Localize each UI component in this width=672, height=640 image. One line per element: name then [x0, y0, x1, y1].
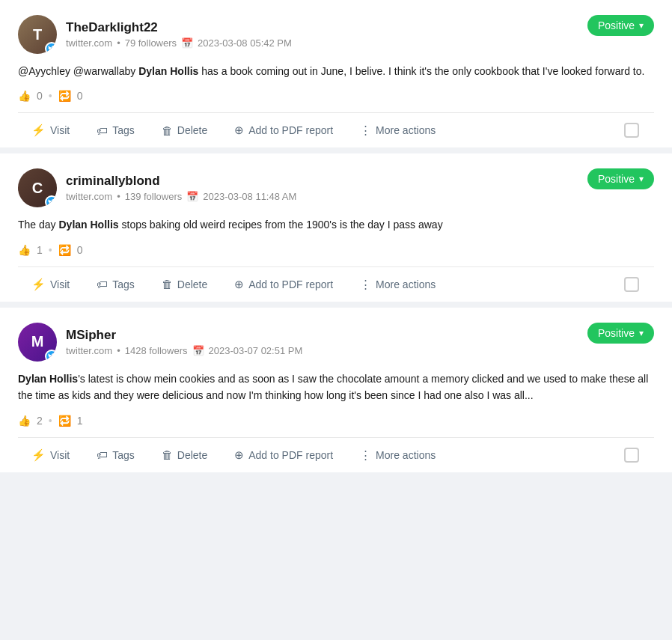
twitter-badge — [45, 350, 57, 362]
more-actions-button[interactable]: ⋮ More actions — [346, 268, 449, 301]
select-checkbox[interactable] — [624, 277, 639, 292]
tags-label: Tags — [112, 449, 135, 461]
tags-label: Tags — [112, 124, 135, 136]
avatar: M — [18, 323, 57, 362]
like-count: 1 — [37, 244, 43, 256]
action-bar: ⚡ Visit 🏷 Tags 🗑 Delete ⊕ Add to PDF rep… — [18, 112, 654, 147]
sentiment-badge[interactable]: Positive ▾ — [587, 15, 654, 36]
checkbox-area — [609, 438, 654, 472]
posts-container: T TheDarklight22 twitter.com • 79 foll — [0, 0, 672, 472]
chevron-down-icon: ▾ — [639, 328, 644, 338]
share-count: 0 — [77, 90, 83, 102]
share-icon: 🔁 — [58, 244, 71, 256]
pdf-icon: ⊕ — [234, 278, 244, 291]
twitter-badge — [45, 195, 57, 207]
engagement: 👍 0 • 🔁 0 — [18, 90, 654, 102]
post-header-left: C criminallyblond twitter.com • 139 fo — [18, 168, 296, 207]
more-actions-label: More actions — [376, 278, 436, 290]
twitter-icon — [48, 45, 55, 52]
followers-count: 1428 followers — [125, 345, 188, 356]
add-to-pdf-label: Add to PDF report — [248, 449, 333, 461]
user-info: criminallyblond twitter.com • 139 follow… — [66, 174, 296, 202]
visit-label: Visit — [50, 449, 70, 461]
engagement-separator: • — [49, 244, 52, 256]
trash-icon: 🗑 — [162, 448, 173, 461]
share-count: 1 — [77, 415, 83, 427]
more-icon: ⋮ — [360, 448, 371, 462]
visit-button[interactable]: ⚡ Visit — [18, 114, 83, 147]
tag-icon: 🏷 — [97, 278, 108, 290]
delete-button[interactable]: 🗑 Delete — [148, 439, 221, 471]
share-icon: 🔁 — [58, 415, 71, 427]
more-actions-label: More actions — [376, 124, 436, 136]
visit-button[interactable]: ⚡ Visit — [18, 439, 83, 472]
sentiment-label: Positive — [598, 327, 635, 339]
username: criminallyblond — [66, 174, 296, 189]
chevron-down-icon: ▾ — [639, 20, 644, 31]
add-to-pdf-label: Add to PDF report — [248, 278, 333, 290]
add-to-pdf-button[interactable]: ⊕ Add to PDF report — [221, 114, 346, 147]
tag-icon: 🏷 — [97, 448, 108, 461]
platform: twitter.com — [66, 345, 112, 356]
action-bar: ⚡ Visit 🏷 Tags 🗑 Delete ⊕ Add to PDF rep… — [18, 266, 654, 302]
username: MSipher — [66, 328, 302, 343]
twitter-badge — [45, 42, 57, 54]
post-card-3: M MSipher twitter.com • 1428 followers — [0, 308, 672, 472]
tag-icon: 🏷 — [97, 124, 108, 137]
chevron-down-icon: ▾ — [639, 174, 644, 184]
separator: • — [117, 191, 120, 202]
post-meta: twitter.com • 139 followers 📅 2023-03-08… — [66, 191, 296, 202]
select-checkbox[interactable] — [624, 448, 639, 463]
action-bar-inner: ⚡ Visit 🏷 Tags 🗑 Delete ⊕ Add to PDF rep… — [18, 267, 654, 302]
sentiment-badge[interactable]: Positive ▾ — [587, 168, 654, 189]
select-checkbox[interactable] — [624, 123, 639, 138]
more-icon: ⋮ — [360, 278, 371, 291]
more-actions-button[interactable]: ⋮ More actions — [346, 439, 449, 472]
tags-button[interactable]: 🏷 Tags — [83, 268, 148, 300]
engagement-separator: • — [49, 415, 52, 427]
lightning-icon: ⚡ — [31, 124, 46, 137]
platform: twitter.com — [66, 191, 112, 202]
post-meta: twitter.com • 79 followers 📅 2023-03-08 … — [66, 37, 292, 49]
post-date: 2023-03-07 02:51 PM — [209, 345, 303, 356]
engagement-separator: • — [49, 90, 52, 102]
post-content: Dylan Hollis's latest is chow mein cooki… — [18, 371, 654, 404]
followers-count: 139 followers — [125, 191, 183, 202]
add-to-pdf-button[interactable]: ⊕ Add to PDF report — [221, 268, 346, 301]
post-date: 2023-03-08 05:42 PM — [198, 37, 292, 49]
delete-button[interactable]: 🗑 Delete — [148, 268, 221, 300]
lightning-icon: ⚡ — [31, 448, 46, 462]
share-count: 0 — [77, 244, 83, 256]
sentiment-badge[interactable]: Positive ▾ — [587, 323, 654, 344]
pdf-icon: ⊕ — [234, 124, 244, 137]
tags-button[interactable]: 🏷 Tags — [83, 115, 148, 147]
like-icon: 👍 — [18, 244, 31, 256]
tags-button[interactable]: 🏷 Tags — [83, 439, 148, 471]
share-icon: 🔁 — [58, 90, 71, 102]
post-content: The day Dylan Hollis stops baking old we… — [18, 216, 654, 233]
calendar-icon: 📅 — [186, 191, 198, 202]
delete-label: Delete — [177, 449, 207, 461]
platform: twitter.com — [66, 37, 112, 49]
delete-label: Delete — [177, 124, 207, 136]
user-info: TheDarklight22 twitter.com • 79 follower… — [66, 20, 292, 49]
post-meta: twitter.com • 1428 followers 📅 2023-03-0… — [66, 345, 302, 356]
like-count: 2 — [37, 415, 43, 427]
trash-icon: 🗑 — [162, 124, 173, 137]
twitter-icon — [48, 353, 55, 360]
delete-button[interactable]: 🗑 Delete — [148, 115, 221, 147]
engagement: 👍 1 • 🔁 0 — [18, 244, 654, 256]
post-header: C criminallyblond twitter.com • 139 fo — [18, 168, 654, 207]
lightning-icon: ⚡ — [31, 278, 46, 291]
post-header-left: M MSipher twitter.com • 1428 followers — [18, 323, 302, 362]
more-actions-button[interactable]: ⋮ More actions — [346, 114, 449, 147]
sentiment-label: Positive — [598, 19, 635, 31]
post-content: @Ayychley @warwallaby Dylan Hollis has a… — [18, 63, 654, 79]
post-card-2: C criminallyblond twitter.com • 139 fo — [0, 153, 672, 301]
visit-button[interactable]: ⚡ Visit — [18, 268, 83, 301]
add-to-pdf-button[interactable]: ⊕ Add to PDF report — [221, 439, 346, 472]
pdf-icon: ⊕ — [234, 448, 244, 462]
visit-label: Visit — [50, 278, 70, 290]
user-info: MSipher twitter.com • 1428 followers 📅 2… — [66, 328, 302, 356]
action-bar-inner: ⚡ Visit 🏷 Tags 🗑 Delete ⊕ Add to PDF rep… — [18, 438, 654, 472]
